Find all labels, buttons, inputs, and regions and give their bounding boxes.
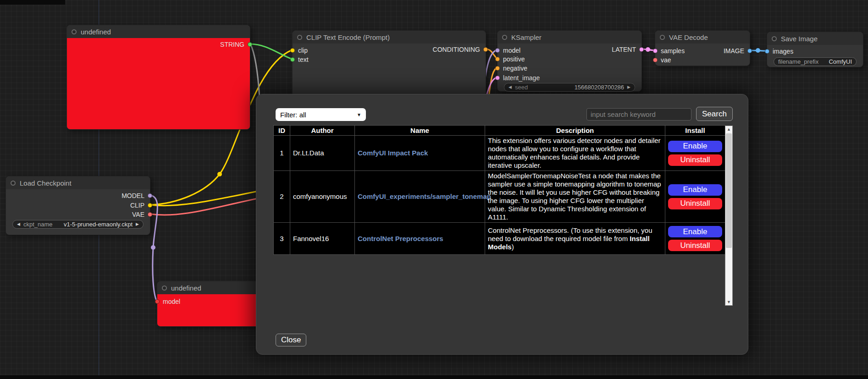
screen-edge-artifact-bottom bbox=[0, 375, 868, 379]
node-clip-text-encode[interactable]: CLIP Text Encode (Prompt) clip text COND… bbox=[292, 30, 486, 99]
link-dot[interactable] bbox=[646, 47, 650, 52]
input-slot-images: images bbox=[765, 48, 793, 55]
uninstall-button[interactable]: Uninstall bbox=[668, 240, 722, 251]
slot-dot-string[interactable] bbox=[248, 42, 252, 47]
column-header-description: Description bbox=[485, 126, 665, 136]
node-title-bar[interactable]: VAE Decode bbox=[655, 31, 750, 44]
slot-label: negative bbox=[503, 65, 527, 72]
ckpt-next-icon[interactable]: ▶ bbox=[136, 222, 139, 226]
filter-select[interactable]: Filter: all ▼ bbox=[276, 108, 366, 121]
slot-dot-images[interactable] bbox=[765, 49, 769, 54]
node-undefined-bottom[interactable]: undefined model bbox=[157, 281, 265, 327]
comfyui-graph-canvas[interactable]: undefined STRING CLIP Text Encode (Promp… bbox=[0, 0, 868, 379]
slot-label: LATENT bbox=[612, 46, 636, 53]
search-button[interactable]: Search bbox=[696, 107, 733, 121]
node-collapse-dot[interactable] bbox=[772, 36, 777, 41]
node-body: images filename_prefix ComfyUI bbox=[767, 45, 863, 67]
cell-description: ControlNet Preprocessors. (To use this e… bbox=[485, 223, 665, 255]
slot-dot-vae[interactable] bbox=[653, 58, 658, 62]
slot-dot-clip[interactable] bbox=[290, 48, 295, 53]
node-collapse-dot[interactable] bbox=[11, 181, 16, 186]
seed-increment-icon[interactable]: ▶ bbox=[627, 85, 630, 89]
scroll-up-icon[interactable]: ▲ bbox=[725, 126, 732, 132]
node-title-text: KSampler bbox=[511, 33, 542, 41]
link-dot[interactable] bbox=[151, 245, 155, 250]
slot-dot-positive[interactable] bbox=[495, 57, 500, 61]
filter-select-value: Filter: all bbox=[280, 111, 306, 119]
node-collapse-dot[interactable] bbox=[502, 35, 507, 40]
node-vae-decode[interactable]: VAE Decode samples vae IMAGE bbox=[655, 30, 750, 66]
wire-string-2 bbox=[250, 44, 260, 97]
link-dot[interactable] bbox=[217, 172, 222, 176]
slot-dot-conditioning[interactable] bbox=[483, 47, 488, 52]
search-input[interactable] bbox=[586, 108, 691, 121]
column-header-id: ID bbox=[274, 126, 290, 136]
slot-label: samples bbox=[661, 47, 685, 55]
link-dot[interactable] bbox=[756, 48, 760, 53]
input-slot-text: text bbox=[290, 56, 309, 63]
node-title-bar[interactable]: Save Image bbox=[767, 32, 863, 45]
slot-dot-text[interactable] bbox=[290, 57, 295, 62]
slot-dot-clip[interactable] bbox=[148, 203, 152, 208]
slot-dot-latent-image[interactable] bbox=[495, 76, 500, 80]
seed-decrement-icon[interactable]: ◀ bbox=[509, 85, 512, 89]
cell-description: ModelSamplerTonemapNoiseTest a node that… bbox=[485, 171, 665, 223]
extension-link[interactable]: ControlNet Preprocessors bbox=[358, 235, 443, 242]
output-slot-conditioning: CONDITIONING bbox=[433, 46, 488, 53]
close-button[interactable]: Close bbox=[276, 334, 306, 346]
cell-author: comfyanonymous bbox=[290, 171, 355, 223]
node-title-bar[interactable]: CLIP Text Encode (Prompt) bbox=[293, 31, 486, 44]
extension-link[interactable]: ComfyUI_experiments/sampler_tonemap bbox=[358, 192, 491, 200]
slot-dot-model[interactable] bbox=[495, 48, 500, 53]
node-title-bar[interactable]: Load Checkpoint bbox=[6, 176, 150, 189]
node-ksampler[interactable]: KSampler model positive negative latent_… bbox=[497, 30, 642, 92]
cell-author: Dr.Lt.Data bbox=[290, 136, 355, 171]
slot-dot-model[interactable] bbox=[155, 299, 160, 304]
slot-dot-vae[interactable] bbox=[148, 212, 152, 217]
wire-string-text bbox=[250, 44, 292, 59]
node-body: model positive negative latent_image LAT… bbox=[498, 44, 641, 91]
node-undefined-top[interactable]: undefined STRING bbox=[66, 25, 250, 130]
node-title-bar[interactable]: undefined bbox=[157, 281, 265, 294]
node-title-bar[interactable]: KSampler bbox=[498, 31, 641, 44]
slot-dot-negative[interactable] bbox=[495, 66, 500, 71]
filename-prefix-widget[interactable]: filename_prefix ComfyUI bbox=[774, 57, 857, 66]
scrollbar-thumb[interactable] bbox=[726, 133, 732, 248]
enable-button[interactable]: Enable bbox=[668, 141, 722, 152]
extension-link[interactable]: ComfyUI Impact Pack bbox=[358, 149, 428, 157]
node-title-text: undefined bbox=[81, 28, 111, 36]
screen-edge-artifact-top bbox=[0, 0, 65, 5]
slot-dot-latent[interactable] bbox=[639, 47, 644, 52]
node-body: samples vae IMAGE bbox=[655, 44, 750, 66]
seed-widget[interactable]: ◀ seed 156680208700286 ▶ bbox=[504, 83, 635, 92]
enable-button[interactable]: Enable bbox=[668, 226, 722, 237]
input-slot-latent-image: latent_image bbox=[495, 74, 540, 82]
extension-table: ID Author Name Description Install 1 Dr.… bbox=[273, 125, 725, 255]
cell-id: 2 bbox=[274, 171, 290, 223]
node-collapse-dot[interactable] bbox=[162, 286, 167, 291]
widget-label: ckpt_name bbox=[23, 221, 53, 228]
node-title-text: CLIP Text Encode (Prompt) bbox=[306, 33, 390, 41]
table-scrollbar[interactable]: ▲ ▼ bbox=[725, 126, 733, 306]
node-collapse-dot[interactable] bbox=[660, 35, 665, 40]
slot-label: images bbox=[773, 48, 793, 55]
slot-label: model bbox=[163, 298, 180, 305]
column-header-install: Install bbox=[665, 126, 725, 136]
node-save-image[interactable]: Save Image images filename_prefix ComfyU… bbox=[767, 32, 863, 67]
slot-dot-image[interactable] bbox=[747, 49, 752, 53]
node-title-bar[interactable]: undefined bbox=[67, 25, 250, 38]
enable-button[interactable]: Enable bbox=[668, 184, 722, 196]
ckpt-name-widget[interactable]: ◀ ckpt_name v1-5-pruned-emaonly.ckpt ▶ bbox=[12, 220, 144, 229]
node-load-checkpoint[interactable]: Load Checkpoint MODEL CLIP VAE ◀ ckpt_na… bbox=[6, 176, 150, 235]
node-body: model bbox=[157, 294, 265, 326]
node-collapse-dot[interactable] bbox=[297, 35, 302, 40]
slot-dot-samples[interactable] bbox=[653, 49, 658, 53]
ckpt-prev-icon[interactable]: ◀ bbox=[17, 222, 20, 226]
table-row: 1 Dr.Lt.Data ComfyUI Impact Pack This ex… bbox=[274, 136, 725, 171]
slot-label: model bbox=[503, 47, 520, 54]
scroll-down-icon[interactable]: ▼ bbox=[725, 299, 732, 305]
uninstall-button[interactable]: Uninstall bbox=[668, 154, 722, 166]
uninstall-button[interactable]: Uninstall bbox=[668, 198, 722, 209]
node-collapse-dot[interactable] bbox=[72, 29, 77, 34]
slot-dot-model[interactable] bbox=[148, 193, 152, 198]
